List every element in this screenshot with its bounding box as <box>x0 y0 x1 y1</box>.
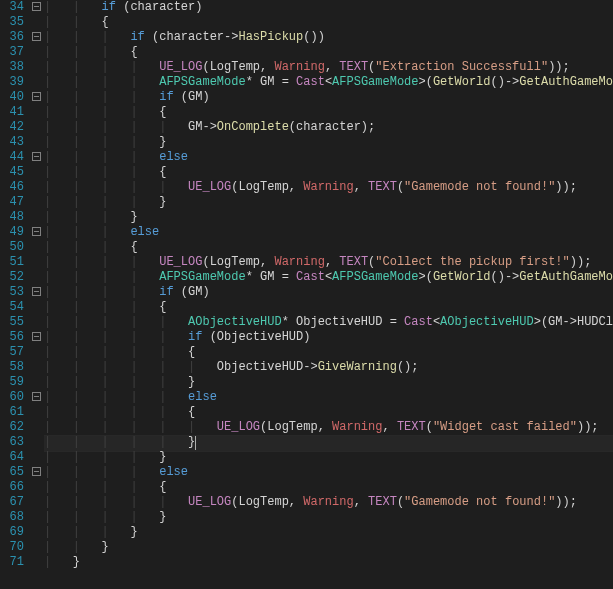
line-number: 46 <box>0 180 24 195</box>
code-line[interactable]: | | | | AFPSGameMode* GM = Cast<AFPSGame… <box>44 75 613 90</box>
code-line[interactable]: | | | | { <box>44 300 613 315</box>
line-number: 62 <box>0 420 24 435</box>
fold-cell[interactable] <box>32 45 44 60</box>
fold-cell[interactable] <box>32 345 44 360</box>
line-number: 45 <box>0 165 24 180</box>
code-line[interactable]: | | | | | UE_LOG(LogTemp, Warning, TEXT(… <box>44 495 613 510</box>
fold-cell[interactable] <box>32 450 44 465</box>
fold-cell[interactable] <box>32 495 44 510</box>
code-line[interactable]: | | | | } <box>44 195 613 210</box>
code-line[interactable]: | | | | AFPSGameMode* GM = Cast<AFPSGame… <box>44 270 613 285</box>
code-line[interactable]: | | | | } <box>44 450 613 465</box>
fold-cell[interactable] <box>32 555 44 570</box>
fold-cell[interactable] <box>32 510 44 525</box>
code-line[interactable]: | | | | if (GM) <box>44 90 613 105</box>
code-editor[interactable]: 3435363738394041424344454647484950515253… <box>0 0 613 570</box>
fold-cell[interactable] <box>32 405 44 420</box>
code-line[interactable]: | | } <box>44 540 613 555</box>
fold-cell[interactable] <box>32 255 44 270</box>
line-number: 69 <box>0 525 24 540</box>
code-line[interactable]: | | | | } <box>44 510 613 525</box>
code-line[interactable]: | | | | | { <box>44 405 613 420</box>
line-number: 51 <box>0 255 24 270</box>
text-caret <box>195 436 196 450</box>
line-number: 58 <box>0 360 24 375</box>
fold-cell[interactable] <box>32 15 44 30</box>
fold-cell[interactable] <box>32 525 44 540</box>
fold-cell[interactable] <box>32 420 44 435</box>
fold-cell[interactable] <box>32 315 44 330</box>
code-line[interactable]: | | | | | | ObjectiveHUD->GiveWarning(); <box>44 360 613 375</box>
fold-cell[interactable] <box>32 360 44 375</box>
code-line[interactable]: | | | | if (GM) <box>44 285 613 300</box>
fold-cell[interactable] <box>32 435 44 450</box>
fold-minus-icon[interactable] <box>32 150 44 165</box>
code-line[interactable]: | | | | else <box>44 465 613 480</box>
line-number: 37 <box>0 45 24 60</box>
fold-cell[interactable] <box>32 165 44 180</box>
fold-minus-icon[interactable] <box>32 225 44 240</box>
code-line[interactable]: | | | | | | UE_LOG(LogTemp, Warning, TEX… <box>44 420 613 435</box>
code-line[interactable]: | | | else <box>44 225 613 240</box>
line-number: 55 <box>0 315 24 330</box>
fold-cell[interactable] <box>32 240 44 255</box>
code-line[interactable]: | | { <box>44 15 613 30</box>
line-number: 40 <box>0 90 24 105</box>
fold-cell[interactable] <box>32 135 44 150</box>
code-line[interactable]: | | | | UE_LOG(LogTemp, Warning, TEXT("E… <box>44 60 613 75</box>
line-number: 70 <box>0 540 24 555</box>
fold-cell[interactable] <box>32 375 44 390</box>
code-line[interactable]: | | | | | { <box>44 345 613 360</box>
fold-cell[interactable] <box>32 300 44 315</box>
code-line[interactable]: | | | | } <box>44 135 613 150</box>
line-number: 59 <box>0 375 24 390</box>
code-line[interactable]: | | | } <box>44 525 613 540</box>
fold-cell[interactable] <box>32 75 44 90</box>
fold-minus-icon[interactable] <box>32 30 44 45</box>
fold-cell[interactable] <box>32 540 44 555</box>
code-line[interactable]: | | if (character) <box>44 0 613 15</box>
code-line[interactable]: | | | | { <box>44 105 613 120</box>
code-line[interactable]: | | | if (character->HasPickup()) <box>44 30 613 45</box>
fold-cell[interactable] <box>32 60 44 75</box>
code-area[interactable]: | | if (character)| | {| | | if (charact… <box>44 0 613 570</box>
fold-minus-icon[interactable] <box>32 285 44 300</box>
code-line[interactable]: | | | { <box>44 240 613 255</box>
code-line[interactable]: | | | | { <box>44 480 613 495</box>
line-number: 36 <box>0 30 24 45</box>
fold-minus-icon[interactable] <box>32 0 44 15</box>
line-number: 64 <box>0 450 24 465</box>
code-line[interactable]: | | | { <box>44 45 613 60</box>
fold-minus-icon[interactable] <box>32 90 44 105</box>
code-line[interactable]: | | | | | GM->OnComplete(character); <box>44 120 613 135</box>
line-number: 67 <box>0 495 24 510</box>
fold-cell[interactable] <box>32 270 44 285</box>
code-line[interactable]: | | | | | AObjectiveHUD* ObjectiveHUD = … <box>44 315 613 330</box>
code-line[interactable]: | | | | { <box>44 165 613 180</box>
line-number: 53 <box>0 285 24 300</box>
fold-cell[interactable] <box>32 105 44 120</box>
line-number: 56 <box>0 330 24 345</box>
fold-cell[interactable] <box>32 480 44 495</box>
code-line[interactable]: | | | | else <box>44 150 613 165</box>
fold-cell[interactable] <box>32 120 44 135</box>
line-number: 42 <box>0 120 24 135</box>
code-line[interactable]: | } <box>44 555 613 570</box>
code-line[interactable]: | | | | | } <box>44 375 613 390</box>
code-line[interactable]: | | | | UE_LOG(LogTemp, Warning, TEXT("C… <box>44 255 613 270</box>
code-line[interactable]: | | | } <box>44 210 613 225</box>
fold-cell[interactable] <box>32 195 44 210</box>
fold-minus-icon[interactable] <box>32 465 44 480</box>
fold-cell[interactable] <box>32 210 44 225</box>
line-number: 61 <box>0 405 24 420</box>
line-number: 43 <box>0 135 24 150</box>
code-line[interactable]: | | | | | } <box>44 435 613 450</box>
fold-gutter[interactable] <box>32 0 44 570</box>
code-line[interactable]: | | | | | else <box>44 390 613 405</box>
line-number: 48 <box>0 210 24 225</box>
fold-cell[interactable] <box>32 180 44 195</box>
fold-minus-icon[interactable] <box>32 330 44 345</box>
code-line[interactable]: | | | | | UE_LOG(LogTemp, Warning, TEXT(… <box>44 180 613 195</box>
fold-minus-icon[interactable] <box>32 390 44 405</box>
code-line[interactable]: | | | | | if (ObjectiveHUD) <box>44 330 613 345</box>
